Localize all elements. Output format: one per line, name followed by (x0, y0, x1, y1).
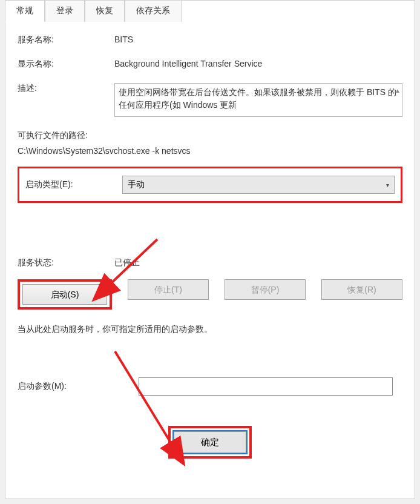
startup-type-label: 启动类型(E): (25, 179, 122, 190)
service-status-label: 服务状态: (18, 257, 114, 268)
service-name-label: 服务名称: (18, 35, 114, 45)
tab-dependencies[interactable]: 依存关系 (125, 0, 182, 22)
scroll-up-icon[interactable]: ▲ (395, 86, 401, 95)
resume-button: 恢复(R) (321, 279, 402, 300)
tab-recovery[interactable]: 恢复 (85, 0, 125, 22)
stop-button: 停止(T) (128, 279, 209, 300)
service-properties-dialog: 常规 登录 恢复 依存关系 服务名称: BITS 显示名称: Backgroun… (5, 0, 415, 499)
service-status-value: 已停止 (114, 257, 140, 268)
startup-params-label: 启动参数(M): (18, 381, 139, 392)
general-panel: 服务名称: BITS 显示名称: Background Intelligent … (5, 22, 415, 466)
description-label: 描述: (18, 83, 114, 94)
startup-hint-text: 当从此处启动服务时，你可指定所适用的启动参数。 (18, 324, 402, 335)
service-name-value: BITS (114, 35, 133, 44)
start-button-highlight: 启动(S) (18, 279, 112, 310)
description-text: 使用空闲网络带宽在后台传送文件。如果该服务被禁用，则依赖于 BITS 的任何应用… (119, 87, 396, 110)
chevron-down-icon: ▾ (386, 182, 389, 188)
ok-button-focus-ring: 确定 (172, 430, 248, 454)
display-name-label: 显示名称: (18, 59, 114, 70)
pause-button: 暂停(P) (225, 279, 306, 300)
startup-params-input[interactable] (139, 377, 393, 396)
display-name-value: Background Intelligent Transfer Service (114, 59, 262, 68)
startup-type-select[interactable]: 手动 ▾ (122, 176, 395, 194)
startup-type-highlight: 启动类型(E): 手动 ▾ (18, 167, 402, 203)
startup-type-value: 手动 (128, 179, 145, 190)
tab-general[interactable]: 常规 (5, 0, 45, 22)
tab-logon[interactable]: 登录 (45, 0, 85, 22)
ok-button-highlight: 确定 (168, 426, 252, 459)
exe-path-label: 可执行文件的路径: (18, 130, 402, 141)
tab-bar: 常规 登录 恢复 依存关系 (5, 0, 414, 22)
description-textbox[interactable]: 使用空闲网络带宽在后台传送文件。如果该服务被禁用，则依赖于 BITS 的任何应用… (114, 83, 402, 117)
start-button[interactable]: 启动(S) (22, 284, 107, 305)
ok-button[interactable]: 确定 (174, 431, 246, 453)
exe-path-value: C:\Windows\System32\svchost.exe -k netsv… (18, 146, 402, 156)
